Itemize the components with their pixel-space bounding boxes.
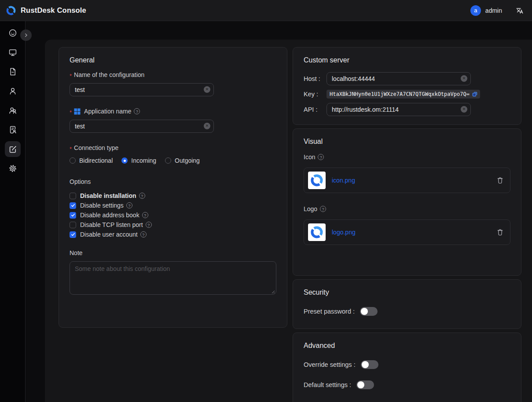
host-row: Host : ✕ — [304, 72, 510, 85]
avatar-initial: a — [474, 7, 477, 14]
note-label: Note — [70, 249, 276, 256]
required-mark: * — [70, 73, 72, 79]
user-icon — [8, 87, 17, 95]
sidebar-item-documents[interactable] — [5, 64, 21, 80]
help-icon[interactable]: ? — [140, 231, 147, 238]
clear-icon[interactable]: ✕ — [204, 86, 210, 93]
help-icon[interactable]: ? — [146, 222, 152, 228]
visual-card: Visual Icon ? icon.png — [293, 128, 521, 276]
resize-grip-icon[interactable] — [271, 289, 275, 294]
default-settings-row: Default settings : — [304, 380, 510, 389]
host-label: Host : — [304, 75, 327, 82]
document-search-icon — [8, 125, 17, 134]
custom-server-title: Custom server — [304, 56, 510, 64]
document-icon — [8, 67, 17, 76]
default-settings-label: Default settings : — [304, 381, 351, 388]
advanced-card: Advanced Override settings : Default set… — [293, 333, 521, 402]
sidebar-item-dashboard[interactable] — [5, 25, 21, 41]
radio-outgoing[interactable]: Outgoing — [165, 157, 200, 164]
preset-password-toggle[interactable] — [360, 307, 378, 316]
host-input[interactable] — [327, 72, 471, 85]
option-disable-user-account: Disable user account ? — [70, 231, 276, 238]
sidebar-item-users[interactable] — [5, 83, 21, 99]
config-name-label: * Name of the configuration — [70, 71, 276, 78]
checkbox-unchecked[interactable] — [70, 193, 76, 199]
checkbox-checked[interactable] — [70, 212, 76, 219]
windows-logo-icon — [74, 108, 81, 115]
override-settings-toggle[interactable] — [361, 360, 378, 369]
sidebar-item-settings[interactable] — [5, 161, 21, 176]
icon-file-row: icon.png — [304, 168, 510, 193]
preset-password-label: Preset password : — [304, 308, 355, 315]
api-field: ✕ — [327, 103, 471, 116]
visual-title: Visual — [304, 138, 510, 146]
key-label: Key : — [304, 91, 327, 98]
api-label: API : — [304, 106, 327, 113]
trash-icon[interactable] — [496, 176, 504, 184]
help-icon[interactable]: ? — [139, 193, 145, 199]
clear-icon[interactable]: ✕ — [204, 123, 210, 129]
sidebar-item-custom-client[interactable] — [5, 141, 21, 157]
help-icon[interactable]: ? — [126, 202, 132, 208]
sidebar-expand-button[interactable] — [20, 29, 32, 41]
advanced-title: Advanced — [304, 342, 510, 350]
help-icon[interactable]: ? — [320, 206, 326, 212]
config-name-input[interactable] — [70, 83, 214, 96]
sidebar-item-audit-log[interactable] — [5, 122, 21, 138]
help-icon[interactable]: ? — [134, 108, 140, 114]
required-mark: * — [70, 109, 72, 116]
rustdesk-logo-icon — [5, 5, 17, 16]
checkbox-checked[interactable] — [70, 202, 76, 209]
app-title: RustDesk Console — [21, 6, 86, 15]
help-icon[interactable]: ? — [318, 154, 324, 160]
api-row: API : ✕ — [304, 103, 510, 116]
default-settings-toggle[interactable] — [356, 380, 374, 389]
logo-file-link[interactable]: logo.png — [332, 229, 356, 236]
trash-icon[interactable] — [496, 228, 504, 236]
api-input[interactable] — [327, 103, 471, 116]
monitor-icon — [8, 48, 17, 57]
smiley-icon — [8, 29, 17, 37]
preset-password-row: Preset password : — [304, 307, 510, 316]
radio-icon — [165, 157, 171, 164]
avatar[interactable]: a — [470, 5, 481, 16]
host-field: ✕ — [327, 72, 471, 85]
logo-file-row: logo.png — [304, 219, 510, 245]
icon-file-link[interactable]: icon.png — [332, 177, 355, 184]
option-disable-address-book: Disable address book ? — [70, 212, 276, 219]
option-disable-installation: Disable installation ? — [70, 192, 276, 199]
clear-icon[interactable]: ✕ — [461, 106, 467, 113]
required-mark: * — [70, 146, 72, 152]
checkbox-unchecked[interactable] — [70, 222, 76, 228]
edit-icon — [8, 145, 17, 153]
radio-incoming[interactable]: Incoming — [121, 157, 156, 164]
application-name-input[interactable] — [70, 120, 214, 133]
note-textarea[interactable] — [70, 261, 276, 295]
security-card: Security Preset password : — [293, 279, 521, 329]
app-header: RustDesk Console a admin — [0, 0, 532, 21]
radio-icon — [70, 157, 76, 164]
logo-label: Logo ? — [304, 205, 510, 212]
connection-type-radio-group: Bidirectional Incoming Outgoing — [70, 157, 276, 164]
language-switcher-icon[interactable] — [515, 6, 524, 15]
note-field — [70, 261, 276, 296]
application-name-label: * Application name ? — [70, 108, 276, 115]
custom-server-card: Custom server Host : ✕ Key : HtaXBkJNHyn… — [293, 47, 521, 125]
application-name-field: ✕ — [70, 120, 214, 133]
icon-thumbnail — [308, 172, 326, 189]
key-value: HtaXBkJNHyn0e1U1jWXze7A7CN7QTGWqxkOtpaVp… — [327, 90, 480, 99]
username[interactable]: admin — [485, 7, 502, 14]
clear-icon[interactable]: ✕ — [461, 75, 467, 82]
general-card: General * Name of the configuration ✕ * … — [59, 47, 287, 328]
icon-label: Icon ? — [304, 153, 510, 161]
general-card-title: General — [70, 56, 276, 64]
sidebar-item-devices[interactable] — [5, 44, 21, 60]
radio-selected-icon — [121, 157, 128, 164]
help-icon[interactable]: ? — [142, 212, 148, 218]
checkbox-checked[interactable] — [70, 231, 76, 238]
sidebar-item-groups[interactable] — [5, 102, 21, 118]
users-group-icon — [8, 106, 17, 115]
copy-icon[interactable] — [472, 91, 478, 97]
security-title: Security — [304, 289, 510, 296]
radio-bidirectional[interactable]: Bidirectional — [70, 157, 113, 164]
